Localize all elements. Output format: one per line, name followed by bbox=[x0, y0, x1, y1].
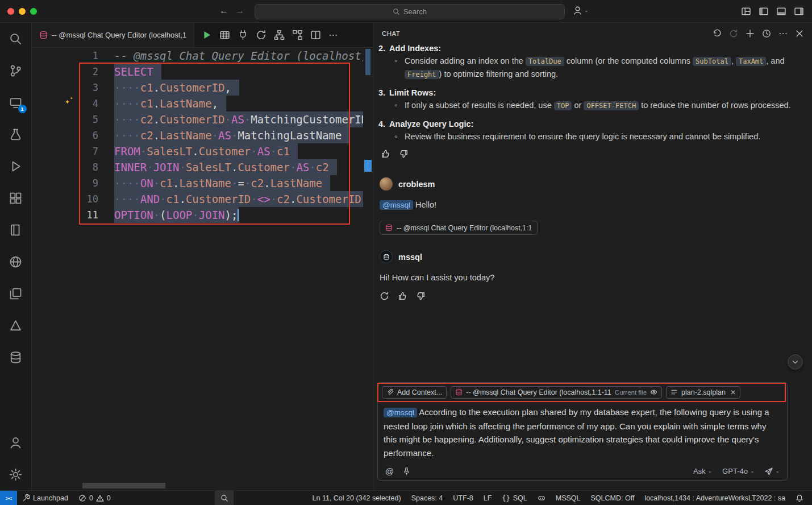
back-icon[interactable]: ← bbox=[219, 5, 228, 16]
mention-icon[interactable]: @ bbox=[385, 466, 394, 476]
layout-controls bbox=[741, 6, 804, 16]
forward-icon[interactable]: → bbox=[235, 5, 244, 16]
customize-layout-icon[interactable] bbox=[741, 6, 751, 16]
problems-status-item[interactable]: 0 0 bbox=[73, 491, 116, 505]
send-button[interactable]: ⌄ bbox=[764, 467, 780, 476]
close-panel-icon[interactable] bbox=[795, 29, 804, 38]
eye-icon[interactable] bbox=[650, 388, 657, 396]
close-window-button[interactable] bbox=[7, 8, 14, 15]
code-line[interactable]: 6····c2.LastName·AS·MatchingLastName bbox=[32, 127, 363, 143]
list-item-title: 3.Limit Rows: bbox=[378, 86, 807, 99]
code-line[interactable]: 8INNER·JOIN·SalesLT.Customer·AS·c2 bbox=[32, 159, 363, 175]
zoom-status-item[interactable] bbox=[215, 491, 234, 505]
warnings-icon bbox=[96, 494, 104, 502]
copilot-status[interactable] bbox=[532, 491, 551, 505]
account-menu[interactable]: ⌄ bbox=[573, 6, 589, 15]
estimated-plan-icon[interactable] bbox=[292, 30, 303, 40]
toggle-sidebar-icon[interactable] bbox=[759, 6, 769, 16]
cursor-position-status[interactable]: Ln 11, Col 20 (342 selected) bbox=[307, 491, 406, 505]
toggle-panel-icon[interactable] bbox=[776, 6, 786, 16]
database-projects-icon[interactable] bbox=[0, 214, 32, 246]
sqlplan-context-chip[interactable]: plan-2.sqlplan ✕ bbox=[666, 386, 740, 399]
github-icon[interactable] bbox=[0, 246, 32, 278]
launchpad-status-item[interactable]: Launchpad bbox=[17, 491, 73, 505]
remote-indicator[interactable]: >< bbox=[0, 491, 17, 505]
microphone-icon[interactable] bbox=[402, 467, 411, 475]
mssql-mention-chip[interactable]: @mssql bbox=[380, 200, 413, 210]
add-context-button[interactable]: Add Context... bbox=[382, 386, 447, 399]
code-line[interactable]: 2SELECT bbox=[32, 64, 363, 80]
code-text: ····c1.LastName, bbox=[114, 96, 226, 111]
new-chat-icon[interactable] bbox=[746, 29, 755, 38]
code-line[interactable]: 1-- @mssql Chat Query Editor (localhost,… bbox=[32, 48, 363, 64]
code-line[interactable]: 11OPTION·(LOOP·JOIN); bbox=[32, 207, 363, 223]
list-item-bullet: Consider adding an index on the TotalDue… bbox=[378, 55, 807, 81]
connect-plug-icon[interactable] bbox=[238, 30, 248, 40]
regenerate-icon[interactable] bbox=[380, 291, 389, 301]
toggle-secondary-sidebar-icon[interactable] bbox=[794, 6, 804, 16]
code-text: ····c1.CustomerID, bbox=[114, 80, 239, 96]
code-line[interactable]: 3····c1.CustomerID, bbox=[32, 80, 363, 96]
code-line[interactable]: 5····c2.CustomerID·AS·MatchingCustomerID… bbox=[32, 111, 363, 127]
current-file-context-chip[interactable]: -- @mssql Chat Query Editor (localhost,1… bbox=[451, 386, 662, 399]
database-file-icon bbox=[39, 31, 48, 39]
tab-chat-query-editor[interactable]: -- @mssql Chat Query Editor (localhost,1 bbox=[32, 23, 194, 47]
scroll-to-bottom-button[interactable] bbox=[788, 354, 803, 370]
mssql-mention-chip[interactable]: @mssql bbox=[384, 408, 417, 417]
notifications-bell-icon[interactable] bbox=[790, 491, 809, 505]
mode-dropdown[interactable]: Ask⌄ bbox=[693, 467, 712, 475]
sql-tools-icon[interactable] bbox=[0, 341, 32, 373]
redo-icon[interactable] bbox=[729, 29, 738, 38]
undo-icon[interactable] bbox=[713, 29, 722, 38]
connection-status[interactable]: localhost,1434 : AdventureWorksLT2022 : … bbox=[639, 491, 790, 505]
inline-code: OFFSET-FETCH bbox=[584, 101, 639, 110]
line-number: 3 bbox=[32, 80, 114, 96]
results-grid-icon[interactable] bbox=[219, 30, 230, 40]
thumbs-up-icon[interactable] bbox=[381, 149, 390, 159]
testing-icon[interactable] bbox=[0, 118, 32, 150]
source-control-icon[interactable] bbox=[0, 55, 32, 86]
remove-attachment-icon[interactable]: ✕ bbox=[730, 389, 736, 396]
command-center-search[interactable]: Search bbox=[255, 4, 565, 19]
search-icon[interactable] bbox=[0, 23, 32, 55]
thumbs-down-icon[interactable] bbox=[416, 291, 426, 301]
user-message-header: croblesm bbox=[380, 177, 806, 191]
language-mode-status[interactable]: {} SQL bbox=[497, 491, 532, 505]
mssql-status[interactable]: MSSQL bbox=[551, 491, 586, 505]
schema-hierarchy-icon[interactable] bbox=[274, 30, 285, 40]
model-dropdown[interactable]: GPT-4o⌄ bbox=[722, 467, 754, 475]
overview-ruler[interactable] bbox=[363, 48, 373, 490]
chat-input-text[interactable]: @mssql According to the execution plan s… bbox=[378, 401, 787, 460]
more-actions-icon[interactable]: ⋯ bbox=[328, 31, 338, 40]
chat-input-box[interactable]: Add Context... -- @mssql Chat Query Edit… bbox=[377, 382, 788, 481]
code-line[interactable]: 10····AND·c1.CustomerID·<>·c2.CustomerID bbox=[32, 191, 363, 207]
azure-icon[interactable] bbox=[0, 309, 32, 341]
accounts-icon[interactable] bbox=[0, 427, 32, 458]
settings-gear-icon[interactable] bbox=[0, 458, 32, 490]
code-line[interactable]: 9····ON·c1.LastName·=·c2.LastName bbox=[32, 175, 363, 191]
horizontal-scrollbar-thumb[interactable] bbox=[82, 483, 165, 489]
split-editor-icon[interactable] bbox=[310, 30, 321, 40]
change-connection-icon[interactable] bbox=[256, 30, 266, 40]
sqlcmd-status[interactable]: SQLCMD: Off bbox=[586, 491, 640, 505]
thumbs-up-icon[interactable] bbox=[398, 291, 407, 301]
code-line[interactable]: 7FROM·SalesLT.Customer·AS·c1 bbox=[32, 143, 363, 159]
maximize-window-button[interactable] bbox=[30, 8, 37, 15]
status-bar: >< Launchpad 0 0 Ln 11, Col 20 (342 sele… bbox=[0, 490, 812, 505]
indentation-status[interactable]: Spaces: 4 bbox=[406, 491, 448, 505]
code-editor[interactable]: ✦✦ 1-- @mssql Chat Query Editor (localho… bbox=[32, 48, 373, 490]
thumbs-down-icon[interactable] bbox=[399, 149, 409, 159]
run-query-icon[interactable] bbox=[201, 30, 212, 40]
encoding-status[interactable]: UTF-8 bbox=[448, 491, 478, 505]
chat-more-icon[interactable]: ⋯ bbox=[778, 29, 788, 38]
remote-explorer-icon[interactable]: 1 bbox=[0, 86, 32, 118]
eol-status[interactable]: LF bbox=[478, 491, 497, 505]
live-share-icon[interactable] bbox=[0, 278, 32, 309]
code-line[interactable]: 4····c1.LastName, bbox=[32, 96, 363, 111]
history-icon[interactable] bbox=[762, 29, 771, 38]
minimize-window-button[interactable] bbox=[19, 8, 26, 15]
paperclip-icon bbox=[386, 388, 394, 396]
message-attachment-pill[interactable]: -- @mssql Chat Query Editor (localhost,1… bbox=[380, 221, 538, 235]
extensions-icon[interactable] bbox=[0, 182, 32, 214]
run-and-debug-icon[interactable] bbox=[0, 150, 32, 182]
